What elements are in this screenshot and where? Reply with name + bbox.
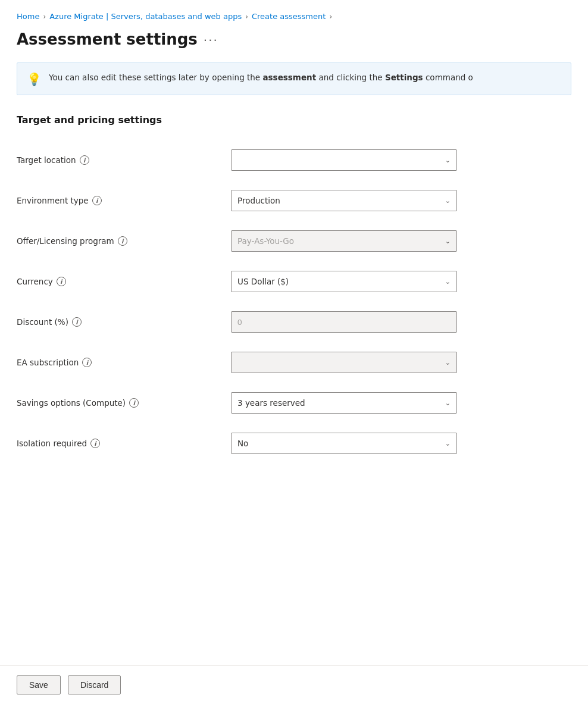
form-row-ea-subscription: EA subscription i ⌄ bbox=[17, 342, 571, 383]
breadcrumb-sep1: › bbox=[43, 12, 46, 21]
control-currency: US Dollar ($) ⌄ bbox=[231, 271, 457, 292]
save-button[interactable]: Save bbox=[17, 675, 61, 694]
bulb-icon: 💡 bbox=[27, 72, 42, 86]
breadcrumb-home[interactable]: Home bbox=[17, 12, 39, 21]
discard-button[interactable]: Discard bbox=[68, 675, 121, 694]
form-grid: Target location i ⌄ Environment type i P… bbox=[17, 140, 571, 464]
chevron-currency: ⌄ bbox=[445, 278, 451, 286]
label-offer-licensing: Offer/Licensing program i bbox=[17, 236, 231, 246]
label-savings-options: Savings options (Compute) i bbox=[17, 398, 231, 408]
chevron-savings-options: ⌄ bbox=[445, 399, 451, 407]
section-title: Target and pricing settings bbox=[17, 114, 571, 126]
info-banner-text: You can also edit these settings later b… bbox=[49, 71, 473, 83]
label-discount: Discount (%) i bbox=[17, 317, 231, 327]
control-savings-options: 3 years reserved ⌄ bbox=[231, 392, 457, 414]
dropdown-savings-options[interactable]: 3 years reserved ⌄ bbox=[231, 392, 457, 414]
dropdown-ea-subscription-value bbox=[237, 358, 240, 367]
info-savings-options[interactable]: i bbox=[129, 398, 139, 408]
chevron-isolation-required: ⌄ bbox=[445, 440, 451, 448]
form-row-isolation-required: Isolation required i No ⌄ bbox=[17, 423, 571, 464]
page-title-row: Assessment settings ··· bbox=[17, 30, 571, 48]
form-row-discount: Discount (%) i bbox=[17, 302, 571, 342]
form-row-target-location: Target location i ⌄ bbox=[17, 140, 571, 180]
breadcrumb-create-assessment[interactable]: Create assessment bbox=[252, 12, 326, 21]
info-isolation-required[interactable]: i bbox=[90, 439, 100, 448]
info-ea-subscription[interactable]: i bbox=[82, 358, 92, 367]
form-row-offer-licensing: Offer/Licensing program i Pay-As-You-Go … bbox=[17, 221, 571, 261]
form-row-savings-options: Savings options (Compute) i 3 years rese… bbox=[17, 383, 571, 423]
dropdown-offer-licensing-value: Pay-As-You-Go bbox=[237, 236, 294, 246]
info-discount[interactable]: i bbox=[72, 317, 82, 327]
chevron-target-location: ⌄ bbox=[445, 157, 451, 164]
chevron-ea-subscription: ⌄ bbox=[445, 359, 451, 367]
label-isolation-required: Isolation required i bbox=[17, 439, 231, 448]
dropdown-environment-type[interactable]: Production ⌄ bbox=[231, 190, 457, 211]
control-isolation-required: No ⌄ bbox=[231, 433, 457, 454]
dropdown-currency[interactable]: US Dollar ($) ⌄ bbox=[231, 271, 457, 292]
form-row-currency: Currency i US Dollar ($) ⌄ bbox=[17, 261, 571, 302]
control-environment-type: Production ⌄ bbox=[231, 190, 457, 211]
page-title: Assessment settings bbox=[17, 30, 198, 48]
control-target-location: ⌄ bbox=[231, 149, 457, 171]
input-discount[interactable] bbox=[231, 311, 457, 333]
more-options-button[interactable]: ··· bbox=[204, 33, 218, 48]
control-ea-subscription: ⌄ bbox=[231, 352, 457, 373]
label-target-location: Target location i bbox=[17, 155, 231, 165]
chevron-environment-type: ⌄ bbox=[445, 197, 451, 205]
footer: Save Discard bbox=[0, 665, 588, 704]
breadcrumb-sep2: › bbox=[245, 12, 248, 21]
dropdown-target-location[interactable]: ⌄ bbox=[231, 149, 457, 171]
dropdown-savings-options-value: 3 years reserved bbox=[237, 398, 305, 408]
breadcrumb: Home › Azure Migrate | Servers, database… bbox=[17, 12, 571, 21]
form-row-environment-type: Environment type i Production ⌄ bbox=[17, 180, 571, 221]
breadcrumb-sep3: › bbox=[329, 12, 332, 21]
info-environment-type[interactable]: i bbox=[92, 196, 102, 205]
dropdown-currency-value: US Dollar ($) bbox=[237, 277, 289, 286]
info-target-location[interactable]: i bbox=[80, 155, 89, 165]
breadcrumb-azure-migrate[interactable]: Azure Migrate | Servers, databases and w… bbox=[49, 12, 242, 21]
dropdown-ea-subscription[interactable]: ⌄ bbox=[231, 352, 457, 373]
info-offer-licensing[interactable]: i bbox=[118, 236, 127, 246]
dropdown-environment-type-value: Production bbox=[237, 196, 280, 205]
control-offer-licensing: Pay-As-You-Go ⌄ bbox=[231, 230, 457, 252]
dropdown-offer-licensing[interactable]: Pay-As-You-Go ⌄ bbox=[231, 230, 457, 252]
control-discount bbox=[231, 311, 457, 333]
dropdown-target-location-value bbox=[237, 155, 240, 165]
chevron-offer-licensing: ⌄ bbox=[445, 237, 451, 245]
dropdown-isolation-required-value: No bbox=[237, 439, 248, 448]
label-environment-type: Environment type i bbox=[17, 196, 231, 205]
info-banner: 💡 You can also edit these settings later… bbox=[17, 62, 571, 95]
label-ea-subscription: EA subscription i bbox=[17, 358, 231, 367]
dropdown-isolation-required[interactable]: No ⌄ bbox=[231, 433, 457, 454]
info-currency[interactable]: i bbox=[57, 277, 66, 286]
label-currency: Currency i bbox=[17, 277, 231, 286]
